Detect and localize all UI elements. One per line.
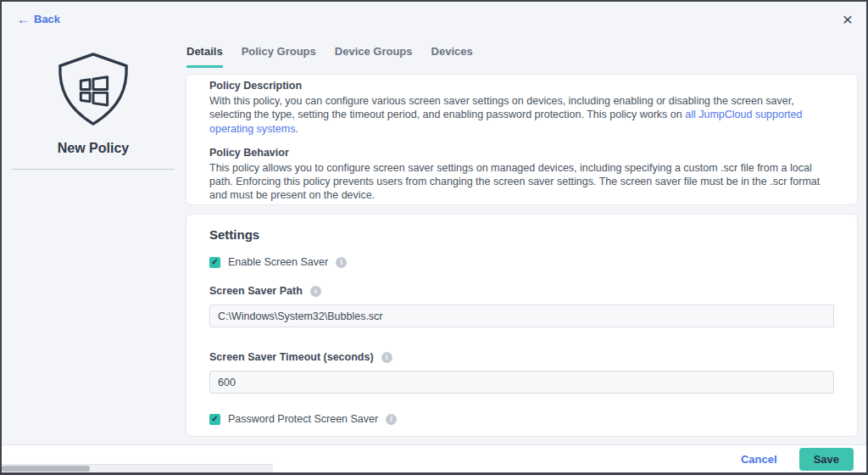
policy-description-body: With this policy, you can configure vari… [209, 94, 834, 136]
divider [12, 169, 175, 170]
screen-saver-path-input[interactable] [209, 305, 834, 327]
enable-screen-saver-checkbox[interactable] [209, 257, 220, 268]
horizontal-scrollbar[interactable] [2, 464, 273, 472]
policy-behavior-body: This policy allows you to configure scre… [209, 161, 834, 203]
tab-device-groups[interactable]: Device Groups [335, 45, 413, 68]
enable-screen-saver-label: Enable Screen Saver [228, 256, 328, 268]
tab-details[interactable]: Details [186, 45, 223, 68]
policy-summary-panel: New Policy [2, 2, 185, 443]
policy-editor-window: ←Back × New Policy Details Policy Groups… [0, 0, 868, 475]
screen-saver-path-label-row: Screen Saver Path i [209, 285, 834, 297]
page-title: New Policy [2, 141, 185, 156]
screen-saver-path-label: Screen Saver Path [209, 285, 303, 297]
settings-card: Settings Enable Screen Saver i Screen Sa… [186, 214, 858, 437]
description-text-suffix: . [295, 123, 298, 135]
enable-screen-saver-row: Enable Screen Saver i [209, 256, 834, 268]
shield-policy-icon [51, 51, 136, 127]
description-scroll-content: Policy Description With this policy, you… [209, 80, 834, 205]
cancel-button[interactable]: Cancel [741, 453, 777, 466]
settings-heading: Settings [209, 227, 834, 242]
save-button[interactable]: Save [799, 448, 854, 471]
info-icon[interactable]: i [336, 257, 347, 268]
screen-saver-timeout-label-row: Screen Saver Timeout (seconds) i [209, 351, 834, 363]
close-icon[interactable]: × [843, 10, 853, 28]
info-icon[interactable]: i [310, 286, 321, 297]
tab-bar: Details Policy Groups Device Groups Devi… [186, 45, 473, 68]
policy-behavior-heading: Policy Behavior [209, 147, 834, 159]
info-icon[interactable]: i [381, 352, 392, 363]
password-protect-checkbox[interactable] [209, 414, 220, 425]
screen-saver-timeout-input[interactable] [209, 371, 834, 394]
password-protect-row: Password Protect Screen Saver i [209, 413, 834, 425]
policy-description-card: Policy Description With this policy, you… [186, 74, 858, 205]
policy-description-heading: Policy Description [209, 80, 834, 92]
screen-saver-timeout-label: Screen Saver Timeout (seconds) [209, 351, 374, 363]
info-icon[interactable]: i [386, 414, 397, 425]
password-protect-label: Password Protect Screen Saver [228, 413, 378, 425]
tab-policy-groups[interactable]: Policy Groups [242, 45, 316, 68]
horizontal-scrollbar-thumb[interactable] [2, 466, 90, 472]
tab-devices[interactable]: Devices [431, 45, 473, 68]
